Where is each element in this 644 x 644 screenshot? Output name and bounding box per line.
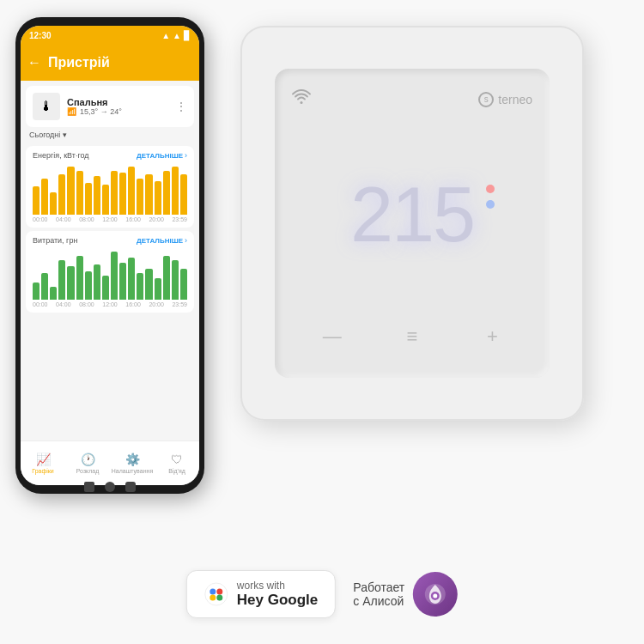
therm-minus-button[interactable]: — bbox=[315, 319, 349, 354]
svg-point-7 bbox=[434, 594, 438, 598]
nav-item-settings[interactable]: ⚙️ Налаштування bbox=[110, 441, 155, 485]
google-line2: Hey Google bbox=[237, 592, 318, 609]
battery-icon: ▊ bbox=[184, 31, 191, 40]
cost-detail-text[interactable]: ДЕТАЛЬНІШЕ bbox=[137, 237, 183, 245]
menu-dots[interactable]: ⋮ bbox=[175, 100, 187, 113]
thermostat-inner: s terneo 215 — ≡ + bbox=[275, 69, 550, 378]
therm-temp-container: 215 bbox=[350, 176, 474, 253]
therm-brand-logo: s bbox=[478, 92, 494, 107]
status-icons: ▲ ▲ ▊ bbox=[161, 31, 191, 40]
cost-bar bbox=[102, 276, 109, 301]
energy-bar bbox=[85, 183, 92, 215]
cost-bar bbox=[172, 260, 179, 300]
date-row: Сьогодні ▾ bbox=[21, 127, 199, 143]
device-wifi-icon: 📶 bbox=[67, 107, 76, 116]
phone-screen: 12:30 ▲ ▲ ▊ ← Пристрій 🌡 Спальня bbox=[21, 26, 199, 485]
energy-bar bbox=[180, 174, 187, 215]
cost-bar bbox=[180, 269, 187, 300]
alice-line2: с Алисой bbox=[353, 594, 404, 608]
therm-controls[interactable]: — ≡ + bbox=[292, 319, 532, 354]
nav-item-grafiky[interactable]: 📈 Графіки bbox=[21, 441, 65, 485]
cost-bar bbox=[163, 256, 170, 300]
cost-bar bbox=[111, 252, 118, 300]
nav-debug-label: Від'яд bbox=[168, 468, 185, 474]
energy-chevron-icon: › bbox=[185, 151, 187, 160]
device-sub: 📶 15,3° → 24° bbox=[67, 107, 168, 116]
nav-item-rozklad[interactable]: 🕐 Розклад bbox=[65, 441, 110, 485]
wifi-icon: ▲ bbox=[173, 31, 181, 40]
status-time: 12:30 bbox=[29, 31, 52, 40]
energy-bar bbox=[172, 167, 179, 215]
device-info: Спальня 📶 15,3° → 24° bbox=[67, 97, 168, 116]
cost-bar bbox=[85, 271, 92, 300]
energy-bar-chart bbox=[33, 163, 187, 215]
google-dots bbox=[204, 582, 228, 606]
nav-debug-icon: 🛡 bbox=[171, 453, 183, 466]
energy-bar bbox=[76, 171, 83, 215]
therm-dot-blue bbox=[486, 200, 495, 209]
alice-line1: Работает bbox=[353, 580, 404, 594]
google-line1: works with bbox=[237, 580, 318, 592]
energy-bar bbox=[94, 176, 100, 215]
back-button[interactable]: ← bbox=[27, 55, 41, 70]
nav-rozklad-icon: 🕐 bbox=[81, 453, 95, 466]
energy-detail-text[interactable]: ДЕТАЛЬНІШЕ bbox=[137, 152, 183, 160]
cost-label: Витрати, грн bbox=[33, 236, 77, 245]
svg-point-1 bbox=[210, 589, 216, 595]
therm-dot-red bbox=[486, 185, 495, 193]
cost-bar bbox=[145, 269, 152, 300]
energy-detail-group: ДЕТАЛЬНІШЕ › bbox=[137, 151, 187, 160]
svg-point-3 bbox=[210, 595, 216, 601]
svg-point-0 bbox=[205, 583, 228, 605]
chin-recents bbox=[125, 482, 136, 492]
svg-point-4 bbox=[216, 595, 222, 601]
phone-outer: 12:30 ▲ ▲ ▊ ← Пристрій 🌡 Спальня bbox=[15, 17, 204, 494]
header-title: Пристрій bbox=[48, 55, 110, 70]
energy-chart-header: Енергія, кВт·год ДЕТАЛЬНІШЕ › bbox=[33, 151, 187, 160]
energy-label: Енергія, кВт·год bbox=[33, 151, 89, 160]
cost-bar bbox=[76, 256, 83, 300]
device-card: 🌡 Спальня 📶 15,3° → 24° ⋮ bbox=[26, 86, 194, 127]
cost-chart-section: Витрати, грн ДЕТАЛЬНІШЕ › 00:00 04:00 08… bbox=[26, 231, 194, 313]
bottom-nav: 📈 Графіки 🕐 Розклад ⚙️ Налаштування 🛡 Ві… bbox=[21, 440, 199, 485]
device-icon: 🌡 bbox=[33, 93, 60, 120]
energy-bar bbox=[102, 185, 109, 215]
thermostat-outer: s terneo 215 — ≡ + bbox=[240, 26, 584, 421]
cost-bar bbox=[119, 263, 126, 300]
cost-bar bbox=[155, 278, 161, 300]
therm-menu-button[interactable]: ≡ bbox=[395, 319, 429, 354]
chin-back bbox=[84, 482, 94, 492]
cost-detail-group: ДЕТАЛЬНІШЕ › bbox=[137, 236, 187, 245]
phone-chin bbox=[84, 482, 136, 492]
energy-bar bbox=[41, 179, 48, 215]
alice-badge: Работает с Алисой bbox=[353, 572, 458, 617]
cost-bar bbox=[41, 273, 48, 300]
therm-brand-name: terneo bbox=[498, 93, 532, 106]
device-temp-display: 15,3° → 24° bbox=[80, 107, 122, 116]
cost-bar bbox=[58, 260, 65, 300]
therm-top-row: s terneo bbox=[292, 89, 532, 109]
energy-bar bbox=[163, 171, 170, 215]
energy-bar bbox=[119, 173, 126, 215]
cost-bar bbox=[67, 266, 74, 300]
thermostat-device: s terneo 215 — ≡ + bbox=[240, 26, 601, 447]
energy-bar bbox=[155, 181, 161, 215]
energy-bar bbox=[50, 192, 57, 215]
phone-device: 12:30 ▲ ▲ ▊ ← Пристрій 🌡 Спальня bbox=[15, 17, 204, 494]
device-img: 🌡 bbox=[39, 99, 53, 114]
cost-bar bbox=[50, 287, 57, 300]
nav-rozklad-label: Розклад bbox=[76, 468, 100, 474]
signal-icon: ▲ bbox=[161, 31, 170, 40]
energy-xaxis: 00:00 04:00 08:00 12:00 16:00 20:00 23:5… bbox=[33, 216, 187, 222]
energy-bar bbox=[67, 167, 74, 215]
cost-bar bbox=[94, 264, 100, 300]
google-badge: works with Hey Google bbox=[186, 570, 336, 618]
therm-plus-button[interactable]: + bbox=[475, 319, 509, 354]
nav-item-debug[interactable]: 🛡 Від'яд bbox=[155, 441, 199, 485]
energy-chart-section: Енергія, кВт·год ДЕТАЛЬНІШЕ › 00:00 04:0… bbox=[26, 146, 194, 228]
alice-logo bbox=[413, 572, 458, 617]
google-text: works with Hey Google bbox=[237, 580, 318, 609]
energy-bar bbox=[33, 186, 39, 215]
status-bar: 12:30 ▲ ▲ ▊ bbox=[21, 26, 199, 45]
svg-point-2 bbox=[216, 589, 222, 595]
